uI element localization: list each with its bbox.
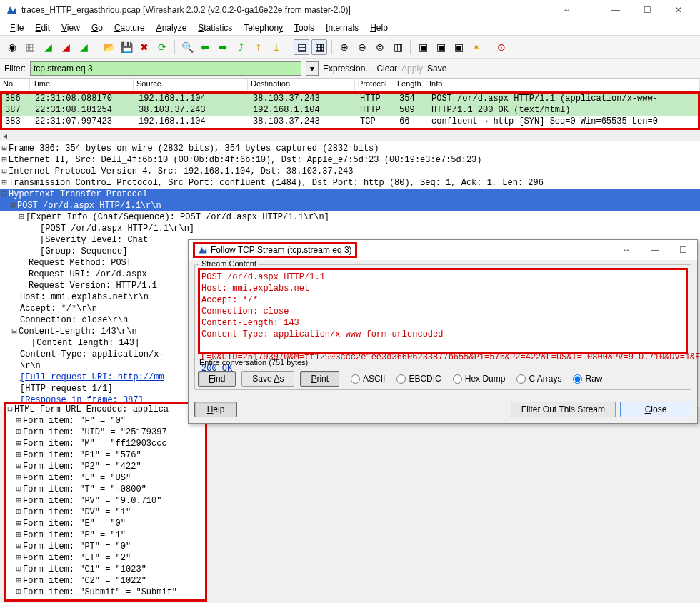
options-icon[interactable]: ▦ [22, 39, 38, 55]
menu-telephony[interactable]: Telephony [238, 21, 289, 34]
colorize-icon[interactable]: ▤ [294, 39, 309, 55]
resize-cols-icon[interactable]: ▥ [390, 39, 406, 55]
form-item[interactable]: ⊞Form item: "Submit" = "Submit" [6, 587, 205, 598]
save-filter-button[interactable]: Save [427, 64, 446, 74]
tree-tcp[interactable]: ⊞Transmission Control Protocol, Src Port… [0, 177, 700, 189]
dialog-minimize-button[interactable]: — [651, 245, 659, 255]
apply-button[interactable]: Apply [401, 64, 423, 74]
saveas-button[interactable]: Save As [241, 371, 294, 387]
interfaces-icon[interactable]: ◉ [4, 39, 20, 55]
menu-file[interactable]: File [4, 21, 29, 34]
form-item[interactable]: ⊞Form item: "C1" = "1023" [6, 564, 205, 575]
wireshark-icon [198, 245, 208, 255]
clear-button[interactable]: Clear [376, 64, 397, 74]
autoscroll-icon[interactable]: ▦ [311, 39, 327, 55]
col-no[interactable]: No. [0, 79, 30, 91]
menu-help[interactable]: Help [364, 21, 394, 34]
save-icon[interactable]: 💾 [119, 39, 134, 55]
minimize-button[interactable]: — [600, 0, 631, 20]
last-icon[interactable]: ⤓ [269, 39, 284, 55]
find-button[interactable]: Find [198, 371, 236, 387]
form-item[interactable]: ⊞Form item: "P" = "1" [6, 529, 205, 541]
maximize-button[interactable]: ☐ [631, 0, 663, 20]
expression-button[interactable]: Expression... [323, 64, 372, 74]
display-filter-icon[interactable]: ▣ [433, 39, 449, 55]
menu-internals[interactable]: Internals [320, 21, 364, 34]
close-button[interactable]: ✕ [663, 0, 694, 20]
menu-view[interactable]: View [56, 21, 86, 34]
carrays-radio[interactable]: C Arrays [516, 374, 561, 384]
stop-icon[interactable]: ◢ [58, 39, 74, 55]
filter-out-button[interactable]: Filter Out This Stream [511, 402, 616, 417]
form-item[interactable]: ⊞Form item: "PV" = "9.0.710" [6, 495, 205, 507]
form-item[interactable]: ⊞Form item: "F" = "0" [6, 415, 205, 427]
dialog-maximize-button[interactable]: ☐ [679, 245, 687, 255]
help-icon[interactable]: ⊙ [494, 39, 509, 55]
menu-edit[interactable]: Edit [29, 21, 56, 34]
col-protocol[interactable]: Protocol [355, 79, 394, 91]
h-scrollbar[interactable]: ◂ [0, 130, 700, 141]
zoomout-icon[interactable]: ⊖ [354, 39, 370, 55]
ascii-radio[interactable]: ASCII [351, 374, 385, 384]
capture-filter-icon[interactable]: ▣ [415, 39, 431, 55]
restart-icon[interactable]: ◢ [76, 39, 91, 55]
back-icon[interactable]: ⬅ [197, 39, 213, 55]
menu-statistics[interactable]: Statistics [192, 21, 238, 34]
tree-expert[interactable]: ⊟[Expert Info (Chat/Sequence): POST /or/… [0, 211, 700, 223]
help-button[interactable]: Help [194, 402, 237, 417]
tree-post-inner[interactable]: [POST /or/d.aspx HTTP/1.1\r\n] [0, 223, 700, 234]
filter-input[interactable]: tcp.stream eq 3 [30, 61, 301, 76]
packet-row[interactable]: 38722:31:08.18125438.103.37.243192.168.1… [2, 105, 698, 116]
find-icon[interactable]: 🔍 [179, 39, 195, 55]
menu-analyze[interactable]: Analyze [151, 21, 193, 34]
tree-eth[interactable]: ⊞Ethernet II, Src: Dell_4f:6b:10 (00:0b:… [0, 154, 700, 166]
form-item[interactable]: ⊞Form item: "LT" = "2" [6, 552, 205, 564]
zoom100-icon[interactable]: ⊜ [372, 39, 388, 55]
zoomin-icon[interactable]: ⊕ [336, 39, 352, 55]
start-icon[interactable]: ◢ [40, 39, 56, 55]
form-item[interactable]: ⊞Form item: "E" = "0" [6, 518, 205, 529]
coloring-rules-icon[interactable]: ▣ [451, 39, 466, 55]
menu-tools[interactable]: Tools [289, 21, 320, 34]
form-item[interactable]: ⊞Form item: "T" = "-0800" [6, 484, 205, 495]
form-item[interactable]: ⊞Form item: "P2" = "422" [6, 461, 205, 472]
form-item[interactable]: ⊞Form item: "DV" = "1" [6, 507, 205, 518]
first-icon[interactable]: ⤒ [251, 39, 266, 55]
col-time[interactable]: Time [30, 79, 134, 91]
tree-ip[interactable]: ⊞Internet Protocol Version 4, Src: 192.1… [0, 166, 700, 177]
form-item[interactable]: ⊞Form item: "P1" = "576" [6, 449, 205, 461]
stream-content-text[interactable]: POST /or/d.aspx HTTP/1.1Host: mmi.explab… [198, 268, 688, 354]
tree-http[interactable]: ⊟Hypertext Transfer Protocol [0, 189, 700, 200]
prefs-icon[interactable]: ✶ [469, 39, 484, 55]
close-file-icon[interactable]: ✖ [136, 39, 152, 55]
form-item[interactable]: ⊞Form item: "L" = "US" [6, 472, 205, 484]
form-title[interactable]: ⊟HTML Form URL Encoded: applica [6, 404, 205, 415]
col-source[interactable]: Source [134, 79, 248, 91]
col-length[interactable]: Length [394, 79, 426, 91]
main-toolbar: ◉ ▦ ◢ ◢ ◢ 📂 💾 ✖ ⟳ 🔍 ⬅ ➡ ⤴ ⤒ ⤓ ▤ ▦ ⊕ ⊖ ⊜ … [0, 36, 700, 59]
goto-icon[interactable]: ⤴ [233, 39, 249, 55]
packet-list: No. Time Source Destination Protocol Len… [0, 79, 700, 141]
menu-capture[interactable]: Capture [109, 21, 151, 34]
print-button[interactable]: Print [300, 371, 339, 387]
raw-radio[interactable]: Raw [573, 374, 602, 384]
packet-row[interactable]: 38322:31:07.997423192.168.1.10438.103.37… [2, 116, 698, 128]
forward-icon[interactable]: ➡ [215, 39, 231, 55]
form-item[interactable]: ⊞Form item: "PT" = "0" [6, 541, 205, 552]
tree-post[interactable]: ⊟POST /or/d.aspx HTTP/1.1\r\n [0, 200, 700, 211]
form-item[interactable]: ⊞Form item: "M" = "ff12903ccc [6, 438, 205, 449]
menu-go[interactable]: Go [86, 21, 109, 34]
ebcdic-radio[interactable]: EBCDIC [396, 374, 441, 384]
form-item[interactable]: ⊞Form item: "C2" = "1022" [6, 575, 205, 587]
col-info[interactable]: Info [426, 79, 700, 91]
reload-icon[interactable]: ⟳ [154, 39, 170, 55]
hexdump-radio[interactable]: Hex Dump [453, 374, 506, 384]
packet-row[interactable]: 38622:31:08.088170192.168.1.10438.103.37… [2, 94, 698, 105]
dialog-close-button[interactable]: Close [620, 402, 691, 417]
open-icon[interactable]: 📂 [101, 39, 116, 55]
tree-frame[interactable]: ⊞Frame 386: 354 bytes on wire (2832 bits… [0, 143, 700, 154]
form-item[interactable]: ⊞Form item: "UID" = "25179397 [6, 427, 205, 438]
col-destination[interactable]: Destination [248, 79, 355, 91]
filter-dropdown[interactable]: ▾ [306, 61, 319, 76]
follow-tcp-stream-dialog: Follow TCP Stream (tcp.stream eq 3) ↔ — … [188, 239, 698, 424]
